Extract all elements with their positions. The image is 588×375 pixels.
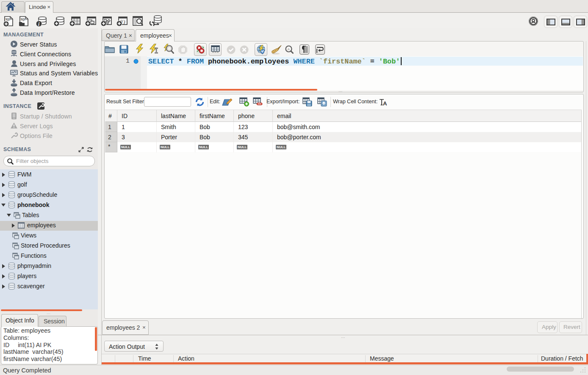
svg-text:A: A bbox=[383, 100, 387, 107]
svg-text:A: A bbox=[288, 47, 290, 51]
